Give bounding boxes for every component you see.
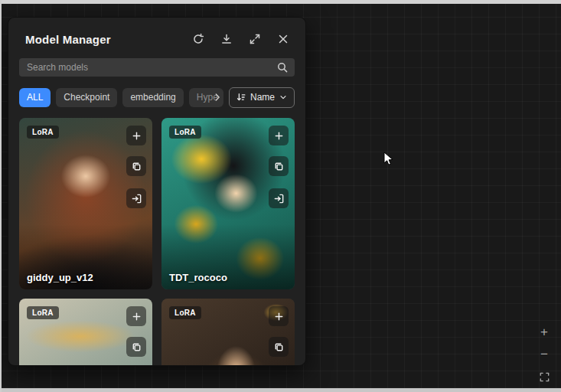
copy-model-button[interactable] — [269, 337, 289, 357]
expand-icon — [249, 33, 261, 45]
model-card-3[interactable]: LoRA — [19, 299, 152, 366]
model-type-badge: LoRA — [27, 306, 59, 319]
filter-chip-hypernetwork[interactable]: Hype — [189, 88, 223, 107]
expand-button[interactable] — [246, 31, 263, 47]
screen-edge-top — [0, 0, 561, 4]
search-icon[interactable] — [276, 61, 289, 74]
download-button[interactable] — [218, 31, 235, 47]
plus-icon — [273, 130, 285, 142]
filter-chip-checkpoint[interactable]: Checkpoint — [56, 88, 117, 107]
search-input[interactable] — [19, 58, 295, 77]
load-model-button[interactable] — [269, 188, 289, 208]
refresh-icon — [192, 33, 204, 45]
copy-model-button[interactable] — [126, 156, 146, 176]
load-model-button[interactable] — [126, 188, 146, 208]
chevron-down-icon — [279, 93, 288, 102]
copy-icon — [131, 341, 142, 353]
plus-icon — [273, 311, 285, 322]
fit-view-icon — [539, 371, 550, 383]
add-model-button[interactable] — [126, 306, 146, 326]
sort-dropdown[interactable]: Name — [229, 87, 295, 108]
zoom-in-button[interactable]: + — [537, 325, 552, 340]
search-bar — [19, 58, 295, 77]
copy-icon — [131, 161, 142, 172]
import-icon — [273, 193, 285, 204]
model-name: giddy_up_v12 — [27, 272, 93, 283]
copy-model-button[interactable] — [269, 156, 289, 176]
add-model-button[interactable] — [269, 126, 289, 145]
model-card-giddy-up[interactable]: LoRA giddy_up_v12 — [19, 118, 152, 289]
model-type-badge: LoRA — [169, 126, 201, 139]
sort-icon — [236, 92, 246, 103]
filter-row: ALL Checkpoint embedding Hype Name — [19, 87, 295, 107]
page-title: Model Manager — [19, 33, 111, 46]
model-card-grid: LoRA giddy_up_v12 LoRA — [19, 118, 295, 366]
filter-chip-all[interactable]: ALL — [19, 88, 51, 107]
model-name: TDT_rococo — [169, 272, 227, 283]
model-type-badge: LoRA — [27, 126, 59, 139]
copy-model-button[interactable] — [126, 337, 146, 357]
model-card-tdt-rococo[interactable]: LoRA TDT_rococo — [161, 118, 295, 289]
header-icon-group — [190, 31, 295, 47]
close-button[interactable] — [275, 31, 292, 47]
copy-icon — [273, 161, 285, 172]
screen-edge-left — [0, 0, 2, 392]
canvas-zoom-controls: + − — [537, 325, 552, 384]
sort-label: Name — [250, 92, 275, 103]
add-model-button[interactable] — [126, 126, 146, 145]
download-icon — [220, 33, 233, 45]
refresh-button[interactable] — [190, 31, 207, 47]
model-type-badge: LoRA — [169, 306, 201, 319]
model-card-4[interactable]: LoRA — [161, 299, 295, 366]
close-icon — [277, 33, 289, 45]
plus-icon — [131, 130, 142, 142]
chevron-right-icon — [212, 92, 223, 103]
model-manager-panel: Model Manager — [8, 17, 306, 366]
filter-chip-embedding[interactable]: embedding — [122, 88, 183, 107]
fit-view-button[interactable] — [537, 369, 552, 384]
add-model-button[interactable] — [269, 306, 289, 326]
panel-header: Model Manager — [19, 30, 295, 48]
zoom-out-button[interactable]: − — [537, 347, 552, 362]
import-icon — [131, 193, 142, 204]
screen-edge-bottom — [0, 388, 561, 392]
plus-icon — [131, 311, 142, 322]
copy-icon — [273, 341, 285, 353]
